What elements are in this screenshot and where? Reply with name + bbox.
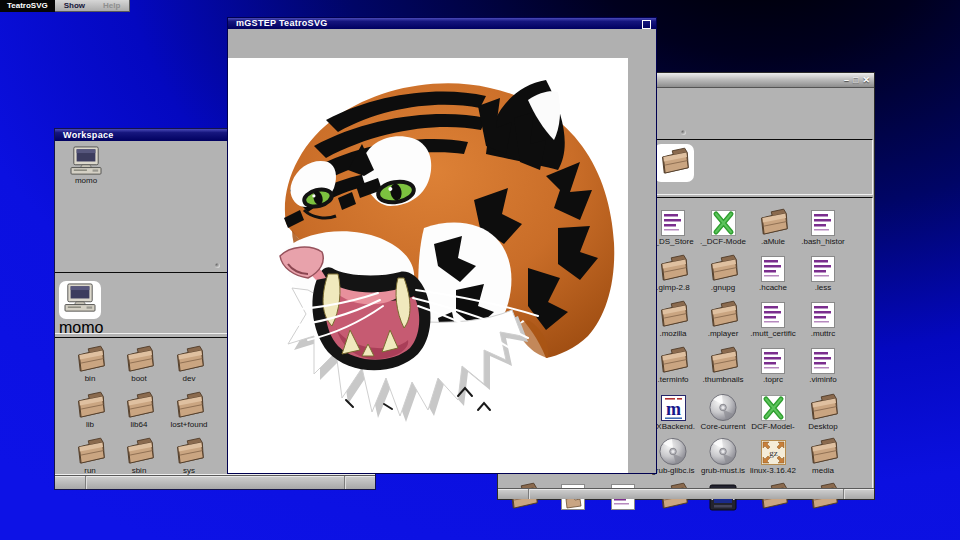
folder-icon (166, 390, 212, 420)
folder-icon (67, 390, 113, 420)
file-icon-lost-found[interactable]: lost+found (166, 390, 212, 430)
file-label: lib64 (116, 420, 162, 430)
file-label: .muttrc (799, 329, 847, 339)
doc-icon (799, 251, 847, 283)
file-icon-dcf-model[interactable]: DCF-Model- (749, 390, 797, 432)
file-label: .mplayer (699, 329, 747, 339)
doc-icon (799, 297, 847, 329)
file-label: linux-3.16.42 (749, 466, 797, 476)
file-icon-dcf-mode[interactable]: ._DCF-Mode (699, 205, 747, 247)
folder-icon (699, 297, 747, 329)
doc-icon (799, 343, 847, 375)
folder-icon (699, 343, 747, 375)
menu-bar: TeatroSVG Show Help (0, 0, 130, 12)
folder-icon (116, 436, 162, 466)
file-icon-mplayer[interactable]: .mplayer (699, 297, 747, 339)
computer-icon (63, 283, 97, 317)
menu-item-help[interactable]: Help (94, 0, 129, 11)
folder-icon (166, 344, 212, 374)
svg-text:gz: gz (769, 448, 778, 458)
file-label: .aMule (749, 237, 797, 247)
workspace-root-icon[interactable]: momo (63, 146, 109, 186)
svg-viewer-title: mGSTEP TeatroSVG (236, 18, 328, 28)
folder-icon (67, 436, 113, 466)
file-label: ._DCF-Mode (699, 237, 747, 247)
file-icon-muttrc[interactable]: .muttrc (799, 297, 847, 339)
folder-icon (67, 344, 113, 374)
workspace-root-label: momo (63, 176, 109, 186)
file-label: bin (67, 374, 113, 384)
folder-icon (799, 434, 847, 466)
file-icon-lib64[interactable]: lib64 (116, 390, 162, 430)
folder-icon (749, 205, 797, 237)
doc-icon (749, 343, 797, 375)
close-button[interactable]: ✕ (862, 75, 870, 85)
workspace-title: Workspace (63, 130, 114, 140)
folder-icon (116, 390, 162, 420)
doc-icon (799, 205, 847, 237)
file-label: Desktop (799, 422, 847, 432)
close-box-icon[interactable] (642, 20, 651, 29)
file-label: Core-current (699, 422, 747, 432)
file-label: .viminfo (799, 375, 847, 385)
file-icon-grub-must-is[interactable]: grub-must.is (699, 434, 747, 476)
file-icon-desktop[interactable]: Desktop (799, 390, 847, 432)
file-icon-boot[interactable]: boot (116, 344, 162, 384)
file-icon-lib[interactable]: lib (67, 390, 113, 430)
file-icon-viminfo[interactable]: .viminfo (799, 343, 847, 385)
svg-canvas (228, 58, 628, 473)
xdoc-icon (749, 390, 797, 422)
workspace-resize-bar[interactable] (55, 475, 375, 489)
file-icon-core-current[interactable]: Core-current (699, 390, 747, 432)
svg-viewer-titlebar[interactable]: mGSTEP TeatroSVG (228, 18, 656, 29)
workspace-shelf-selection[interactable] (59, 281, 101, 319)
file-label: media (799, 466, 847, 476)
folder-icon (799, 390, 847, 422)
svg-text:m: m (666, 399, 681, 419)
file-icon-gnupg[interactable]: .gnupg (699, 251, 747, 293)
shelf-resize-dimple[interactable] (215, 263, 220, 268)
file-label: lib (67, 420, 113, 430)
folder-icon (658, 147, 690, 180)
file-icon-dev[interactable]: dev (166, 344, 212, 384)
file-icon-toprc[interactable]: .toprc (749, 343, 797, 385)
folder-icon (116, 344, 162, 374)
xdoc-icon (699, 205, 747, 237)
file-label: DCF-Model- (749, 422, 797, 432)
workspace-shelf-label: momo (59, 319, 101, 337)
file-icon-thumbnails[interactable]: .thumbnails (699, 343, 747, 385)
file-icon-mutt-certific[interactable]: .mutt_certific (749, 297, 797, 339)
file-icon-linux-3-16-42[interactable]: gzlinux-3.16.42 (749, 434, 797, 476)
files-shelf-selection[interactable] (654, 144, 694, 182)
menu-items: Show Help (55, 0, 131, 12)
file-icon-hcache[interactable]: .hcache (749, 251, 797, 293)
file-label: .thumbnails (699, 375, 747, 385)
file-icon-run[interactable]: run (67, 436, 113, 476)
file-icon-media[interactable]: media (799, 434, 847, 476)
file-label: .bash_histor (799, 237, 847, 247)
gz-icon: gz (749, 434, 797, 466)
maximize-button[interactable]: □ (853, 75, 858, 85)
cd-icon (699, 390, 747, 422)
file-icon-sbin[interactable]: sbin (116, 436, 162, 476)
shelf-resize-dimple[interactable] (681, 130, 686, 135)
doc-icon (749, 297, 797, 329)
svg-viewer-window: mGSTEP TeatroSVG (227, 17, 657, 474)
folder-icon (699, 251, 747, 283)
cd-icon (699, 434, 747, 466)
doc-icon (749, 251, 797, 283)
computer-icon (63, 146, 109, 176)
file-icon-sys[interactable]: sys (166, 436, 212, 476)
file-icon-less[interactable]: .less (799, 251, 847, 293)
file-icon-amule[interactable]: .aMule (749, 205, 797, 247)
file-icon-bin[interactable]: bin (67, 344, 113, 384)
menu-item-show[interactable]: Show (55, 0, 94, 11)
folder-icon (166, 436, 212, 466)
minimize-button[interactable]: – (844, 75, 849, 85)
tiger-illustration (228, 58, 628, 473)
files-resize-bar[interactable] (498, 488, 874, 499)
desktop: { "colors": { "desktop_blue": "#0b10e0",… (0, 0, 960, 540)
app-menu-title[interactable]: TeatroSVG (0, 0, 55, 12)
file-icon-bash-histor[interactable]: .bash_histor (799, 205, 847, 247)
file-label: .gnupg (699, 283, 747, 293)
